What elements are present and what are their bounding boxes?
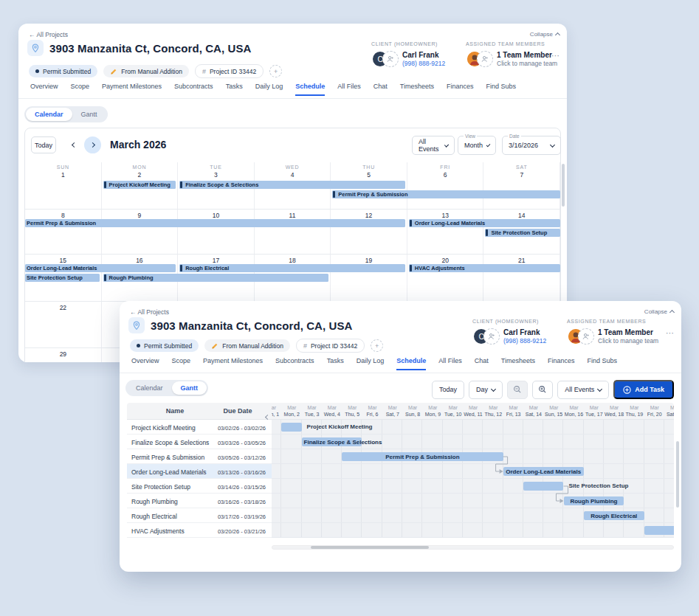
breadcrumb[interactable]: ← All Projects [29,31,68,38]
gantt-bar[interactable] [644,526,674,535]
add-client-icon[interactable] [483,328,500,345]
more-menu-icon[interactable] [666,329,674,336]
events-filter-select[interactable]: All Events [557,381,609,399]
tab-find-subs[interactable]: Find Subs [587,357,617,369]
tab-subcontracts[interactable]: Subcontracts [174,83,213,94]
calendar-event-bar[interactable]: Order Long-Lead Materials [25,264,176,272]
task-row[interactable]: Order Long-Lead Materials03/13/26 - 03/1… [127,464,272,479]
gantt-bar[interactable]: Permit Prep & Submission [342,452,503,461]
next-month-button[interactable] [84,136,101,153]
tab-timesheets[interactable]: Timesheets [501,357,535,369]
horizontal-scrollbar[interactable] [272,545,674,550]
add-badge-button[interactable] [371,339,383,352]
client-phone[interactable]: (998) 888-9212 [503,337,546,345]
task-row[interactable]: Project Kickoff Meeting03/02/26 - 03/02/… [127,420,272,435]
view-select[interactable]: ViewMonth [458,136,496,155]
gantt-bar[interactable]: Finalize Scope & Selections [302,437,362,446]
calendar-day-cell[interactable]: 13 [407,210,484,254]
tab-payment-milestones[interactable]: Payment Milestones [102,83,162,94]
zoom-in-button[interactable] [532,381,553,399]
toggle-calendar[interactable]: Calendar [127,381,172,395]
calendar-event-bar[interactable]: Finalize Scope & Selections [179,181,405,189]
add-badge-button[interactable] [269,65,282,77]
scrollbar-thumb[interactable] [311,546,429,549]
add-team-member-icon[interactable] [578,328,594,345]
tab-tasks[interactable]: Tasks [327,357,344,369]
calendar-event-bar[interactable]: Permit Prep & Submission [25,219,405,227]
tab-overview[interactable]: Overview [30,83,58,94]
tab-subcontracts[interactable]: Subcontracts [275,357,314,369]
calendar-day-cell[interactable]: 19 [331,255,407,301]
vertical-scrollbar[interactable] [562,164,565,207]
calendar-event-bar[interactable]: Permit Prep & Submission [332,190,560,198]
calendar-day-cell[interactable]: 21 [483,255,560,301]
calendar-event-bar[interactable]: Site Protection Setup [485,229,560,237]
tab-daily-log[interactable]: Daily Log [255,83,283,94]
tab-find-subs[interactable]: Find Subs [486,83,516,94]
zoom-level-select[interactable]: Day [469,381,503,399]
today-button[interactable]: Today [432,381,464,399]
add-client-icon[interactable] [382,51,399,67]
calendar-day-cell[interactable]: SAT7 [483,162,560,209]
team-hint[interactable]: Click to manage team [497,60,557,68]
tab-payment-milestones[interactable]: Payment Milestones [203,357,263,369]
tab-schedule[interactable]: Schedule [396,357,426,370]
toggle-calendar[interactable]: Calendar [26,108,72,121]
gantt-bar[interactable]: Order Long-Lead Materials [503,467,584,476]
gantt-bar[interactable] [281,423,301,432]
tab-chat[interactable]: Chat [373,83,388,94]
calendar-day-cell[interactable]: 29 [25,348,102,362]
task-row[interactable]: Site Protection Setup03/14/26 - 03/15/26 [127,479,272,494]
more-menu-icon[interactable] [551,52,559,59]
toggle-gantt[interactable]: Gantt [72,108,106,121]
collapse-button[interactable]: Collapse [644,308,674,315]
calendar-day-cell[interactable]: 10 [178,210,255,254]
calendar-day-cell[interactable]: SUN1 [25,162,102,209]
task-row[interactable]: Finalize Scope & Selections03/03/26 - 03… [127,435,272,449]
tab-finances[interactable]: Finances [447,83,474,94]
tab-scope[interactable]: Scope [71,83,90,94]
toggle-gantt[interactable]: Gantt [172,381,207,395]
calendar-event-bar[interactable]: Site Protection Setup [25,274,100,282]
tab-all-files[interactable]: All Files [337,83,361,94]
task-row[interactable]: HVAC Adjustments03/20/26 - 03/21/26 [127,523,272,538]
date-select[interactable]: Date3/16/2026 [502,136,561,155]
calendar-day-cell[interactable]: FRI6 [407,162,484,209]
breadcrumb[interactable]: ← All Projects [130,308,169,316]
add-team-member-icon[interactable] [477,51,493,67]
tab-daily-log[interactable]: Daily Log [357,357,385,369]
client-phone[interactable]: (998) 888-9212 [402,60,445,68]
gantt-bar[interactable]: Rough Plumbing [564,496,624,505]
prev-month-button[interactable] [68,139,80,150]
tab-overview[interactable]: Overview [131,357,159,369]
gantt-bar[interactable] [523,482,564,491]
tab-scope[interactable]: Scope [172,357,191,369]
calendar-day-cell[interactable]: 9 [102,210,179,254]
calendar-day-cell[interactable]: 12 [331,210,407,254]
calendar-day-cell[interactable]: 11 [255,210,331,254]
vertical-scrollbar[interactable] [676,441,679,508]
tab-chat[interactable]: Chat [475,357,489,369]
calendar-day-cell[interactable]: 22 [25,302,102,347]
tab-finances[interactable]: Finances [548,357,575,369]
task-row[interactable]: Rough Electrical03/17/26 - 03/19/26 [127,508,272,523]
events-filter-select[interactable]: All Events [412,136,455,155]
collapse-button[interactable]: Collapse [530,31,559,38]
calendar-event-bar[interactable]: HVAC Adjustments [409,264,560,272]
team-hint[interactable]: Click to manage team [598,337,658,345]
zoom-out-button[interactable] [507,381,528,399]
calendar-event-bar[interactable]: Project Kickoff Meeting [103,181,176,189]
tab-schedule[interactable]: Schedule [295,83,325,96]
add-task-button[interactable]: Add Task [613,380,674,399]
tab-timesheets[interactable]: Timesheets [400,83,434,94]
calendar-day-cell[interactable]: 20 [407,255,484,301]
calendar-day-cell[interactable]: 8 [25,210,102,254]
calendar-event-bar[interactable]: Rough Plumbing [103,274,329,282]
tab-tasks[interactable]: Tasks [226,83,243,94]
tab-all-files[interactable]: All Files [438,357,462,369]
gantt-bar[interactable]: Rough Electrical [584,511,644,520]
calendar-event-bar[interactable]: Rough Electrical [179,264,405,272]
today-button[interactable]: Today [31,136,56,153]
task-row[interactable]: Rough Plumbing03/16/26 - 03/18/26 [127,494,272,508]
calendar-event-bar[interactable]: Order Long-Lead Materials [409,219,560,227]
